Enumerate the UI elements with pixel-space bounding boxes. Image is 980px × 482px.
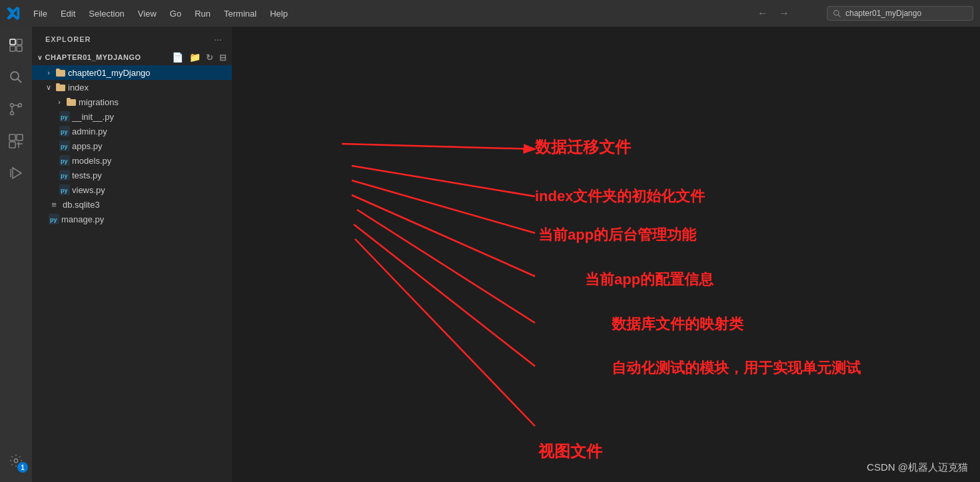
settings-activity-icon[interactable]: 1 xyxy=(0,445,32,477)
tree-item-index[interactable]: ∨ index xyxy=(32,80,232,95)
svg-text:py: py xyxy=(61,158,68,164)
tree-item-label-init: __init__.py xyxy=(72,112,114,122)
menu-terminal[interactable]: Terminal xyxy=(217,0,263,27)
source-control-activity-icon[interactable] xyxy=(0,93,32,125)
svg-line-36 xyxy=(354,224,535,366)
menu-selection[interactable]: Selection xyxy=(82,0,131,27)
svg-point-10 xyxy=(19,104,22,107)
svg-line-34 xyxy=(352,195,535,276)
new-file-icon[interactable]: 📄 xyxy=(172,52,184,63)
sidebar-title-label: EXPLORER xyxy=(45,35,91,43)
svg-line-31 xyxy=(342,144,535,149)
search-box[interactable]: chapter01_myDjango xyxy=(827,6,973,21)
section-chevron-icon: ∨ xyxy=(37,54,43,61)
py-file-icon-tests: py xyxy=(59,169,71,181)
menu-help[interactable]: Help xyxy=(263,0,294,27)
nav-forward-button[interactable]: → xyxy=(775,4,793,23)
svg-line-35 xyxy=(357,210,535,323)
search-activity-icon[interactable] xyxy=(0,61,32,93)
chevron-down-icon: ∨ xyxy=(43,81,55,93)
svg-rect-5 xyxy=(17,46,22,51)
tree-item-tests[interactable]: py tests.py xyxy=(32,168,232,182)
migrations-chevron-icon: › xyxy=(53,96,65,108)
activity-bar: 1 xyxy=(0,27,32,482)
svg-marker-14 xyxy=(13,168,21,178)
nav-arrows: ← → xyxy=(753,0,793,27)
extensions-activity-icon[interactable] xyxy=(0,125,32,157)
menu-view[interactable]: View xyxy=(131,0,163,27)
svg-line-37 xyxy=(355,239,535,426)
annotation-models: 数据库文件的映射类 xyxy=(612,314,743,334)
tree-item-label-views: views.py xyxy=(72,185,105,195)
section-title-label: CHAPTER01_MYDJANGO xyxy=(45,53,141,61)
svg-line-1 xyxy=(839,15,841,17)
content-area: 数据迁移文件 index文件夹的初始化文件 当前app的后台管理功能 当前app… xyxy=(232,27,980,482)
svg-point-9 xyxy=(11,112,14,115)
annotation-tests: 自动化测试的模块，用于实现单元测试 xyxy=(612,358,861,378)
folder-icon xyxy=(55,67,67,79)
tree-item-admin[interactable]: py admin.py xyxy=(32,124,232,138)
tree-item-init[interactable]: py __init__.py xyxy=(32,109,232,124)
menu-edit[interactable]: Edit xyxy=(54,0,82,27)
py-file-icon-apps: py xyxy=(59,140,71,152)
svg-text:py: py xyxy=(61,114,68,120)
tree-item-migrations[interactable]: › migrations xyxy=(32,95,232,109)
explorer-activity-icon[interactable] xyxy=(0,29,32,61)
vscode-logo-icon[interactable] xyxy=(0,0,27,27)
tree-item-views[interactable]: py views.py xyxy=(32,182,232,197)
svg-text:py: py xyxy=(50,216,57,223)
titlebar: File Edit Selection View Go Run Terminal… xyxy=(0,0,980,27)
svg-rect-3 xyxy=(17,39,22,45)
search-text: chapter01_myDjango xyxy=(845,9,921,18)
menu-file[interactable]: File xyxy=(27,0,54,27)
chevron-right-icon: › xyxy=(43,67,55,79)
nav-back-button[interactable]: ← xyxy=(753,4,772,23)
tree-item-label-tests: tests.py xyxy=(72,170,102,180)
refresh-icon[interactable]: ↻ xyxy=(206,53,214,63)
py-file-icon-views: py xyxy=(59,184,71,196)
menu-go[interactable]: Go xyxy=(163,0,188,27)
activity-bar-bottom: 1 xyxy=(0,445,32,482)
py-file-icon-admin: py xyxy=(59,125,71,137)
tree-item-label-apps: apps.py xyxy=(72,141,103,151)
titlebar-search-area: chapter01_myDjango xyxy=(827,0,980,27)
svg-rect-2 xyxy=(10,39,15,45)
tree-item-label-db: db.sqlite3 xyxy=(63,200,100,210)
annotation-arrows xyxy=(232,27,980,482)
sidebar-actions: ··· xyxy=(212,33,224,45)
tree-item-manage[interactable]: py manage.py xyxy=(32,212,232,226)
annotation-views: 视图文件 xyxy=(538,441,602,462)
more-options-button[interactable]: ··· xyxy=(212,33,224,45)
svg-point-0 xyxy=(834,10,839,15)
tree-item-chapter01_myDjango[interactable]: › chapter01_myDjango xyxy=(32,65,232,80)
collapse-icon[interactable]: ⊟ xyxy=(219,53,227,63)
svg-rect-11 xyxy=(9,134,15,140)
sidebar: EXPLORER ··· ∨ CHAPTER01_MYDJANGO 📄 📁 ↻ … xyxy=(32,27,232,482)
menu-run[interactable]: Run xyxy=(188,0,217,27)
db-file-icon: ≡ xyxy=(48,198,60,210)
annotation-init: index文件夹的初始化文件 xyxy=(535,186,705,206)
tree-item-apps[interactable]: py apps.py xyxy=(32,138,232,153)
svg-text:py: py xyxy=(61,187,68,194)
watermark: CSDN @机器人迈克猫 xyxy=(867,461,968,474)
main-layout: 1 EXPLORER ··· ∨ CHAPTER01_MYDJANGO 📄 📁 … xyxy=(0,27,980,482)
svg-line-7 xyxy=(18,79,22,83)
tree-item-models[interactable]: py models.py xyxy=(32,153,232,168)
tree-item-label-admin: admin.py xyxy=(72,126,107,136)
tree-item-label-models: models.py xyxy=(72,156,111,166)
svg-text:py: py xyxy=(61,172,68,179)
tree-item-db[interactable]: ≡ db.sqlite3 xyxy=(32,197,232,212)
svg-rect-13 xyxy=(9,142,15,148)
svg-rect-4 xyxy=(10,46,15,51)
svg-text:py: py xyxy=(61,128,68,135)
annotation-apps: 当前app的配置信息 xyxy=(585,270,714,290)
run-activity-icon[interactable] xyxy=(0,157,32,189)
tree-item-label-migrations: migrations xyxy=(79,97,119,107)
settings-badge: 1 xyxy=(17,462,28,473)
svg-line-32 xyxy=(352,166,535,196)
tree-item-label-index: index xyxy=(68,83,89,93)
new-folder-icon[interactable]: 📁 xyxy=(189,52,201,63)
titlebar-menu: File Edit Selection View Go Run Terminal… xyxy=(0,0,294,27)
py-file-icon-init: py xyxy=(59,111,71,122)
section-header-chapter01[interactable]: ∨ CHAPTER01_MYDJANGO 📄 📁 ↻ ⊟ xyxy=(32,49,232,65)
